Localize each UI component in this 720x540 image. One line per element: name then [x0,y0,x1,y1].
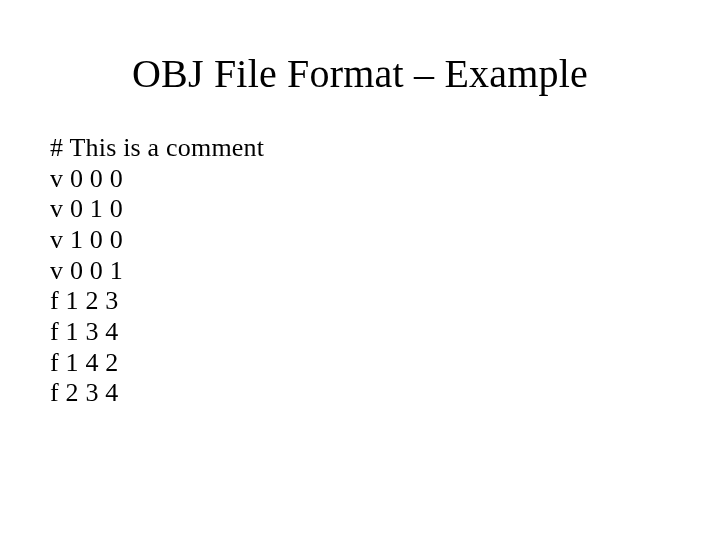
code-line: f 2 3 4 [50,378,670,409]
code-line: v 0 1 0 [50,194,670,225]
slide-title: OBJ File Format – Example [50,50,670,97]
slide: OBJ File Format – Example # This is a co… [0,0,720,540]
code-line: v 0 0 1 [50,256,670,287]
code-line: f 1 2 3 [50,286,670,317]
code-line: # This is a comment [50,133,670,164]
code-line: v 1 0 0 [50,225,670,256]
code-line: f 1 3 4 [50,317,670,348]
code-line: f 1 4 2 [50,348,670,379]
code-line: v 0 0 0 [50,164,670,195]
obj-file-content: # This is a comment v 0 0 0 v 0 1 0 v 1 … [50,133,670,409]
